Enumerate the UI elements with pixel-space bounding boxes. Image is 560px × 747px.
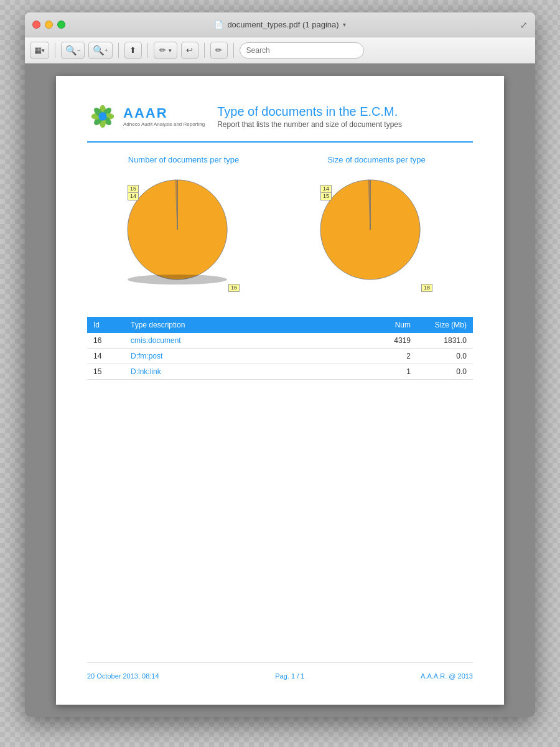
cell-id-1: 16 xyxy=(87,333,124,349)
data-table: Id Type description Num Size (Mb) 16 cmi… xyxy=(87,317,473,380)
title-dropdown-icon[interactable]: ▾ xyxy=(343,21,346,28)
charts-row: Number of documents per type 15 14 16 xyxy=(87,155,473,298)
chart2-section: Size of documents per type 14 15 18 xyxy=(283,155,470,298)
zoom-out-icon: 🔍− xyxy=(65,45,80,56)
report-title-area: Type of documents in the E.C.M. Report t… xyxy=(217,105,473,129)
toolbar-separator-4 xyxy=(204,43,205,58)
cell-size-2: 0.0 xyxy=(417,349,473,364)
chart1-title: Number of documents per type xyxy=(128,155,239,164)
close-button[interactable] xyxy=(32,21,40,29)
chart2-label-18: 18 xyxy=(421,284,432,292)
cell-size-3: 0.0 xyxy=(417,364,473,380)
col-header-id: Id xyxy=(87,317,124,333)
table-header-row: Id Type description Num Size (Mb) xyxy=(87,317,473,333)
cell-num-3: 1 xyxy=(367,364,417,380)
table-body: 16 cmis:document 4319 1831.0 14 D:fm:pos… xyxy=(87,333,473,380)
annotate-button[interactable]: ✏ ▾ xyxy=(154,42,177,59)
expand-icon[interactable]: ⤢ xyxy=(520,20,528,30)
toolbar-separator-5 xyxy=(233,43,234,58)
cell-type-3: D:lnk:link xyxy=(124,364,367,380)
markup-icon: ✏ xyxy=(215,45,222,55)
window-title-area: 📄 document_types.pdf (1 pagina) ▾ xyxy=(214,20,345,29)
chart1-label-14: 14 xyxy=(128,192,139,200)
chart1-label-16: 16 xyxy=(228,284,240,292)
mac-window: 📄 document_types.pdf (1 pagina) ▾ ⤢ ▦ ▾ … xyxy=(25,12,535,717)
share-icon: ⬆ xyxy=(129,45,136,55)
col-header-num: Num xyxy=(367,317,417,333)
sidebar-dropdown-icon: ▾ xyxy=(42,47,45,54)
cell-num-2: 2 xyxy=(367,349,417,364)
table-row: 16 cmis:document 4319 1831.0 xyxy=(87,333,473,349)
svg-point-8 xyxy=(98,112,106,120)
svg-point-11 xyxy=(128,275,227,284)
logo-aaar: AAAR xyxy=(123,105,205,121)
cell-id-3: 15 xyxy=(87,364,124,380)
chart2-title: Size of documents per type xyxy=(327,155,426,164)
cell-size-1: 1831.0 xyxy=(417,333,473,349)
chart1-container: 15 14 16 xyxy=(121,174,246,298)
cell-type-1: cmis:document xyxy=(124,333,367,349)
logo-svg xyxy=(87,101,118,132)
toolbar: ▦ ▾ 🔍− 🔍+ ⬆ ✏ ▾ ↩ ✏ xyxy=(25,37,535,63)
window-title: document_types.pdf (1 pagina) xyxy=(227,20,338,29)
report-footer: 20 October 2013, 08:14 Pag. 1 / 1 A.A.A.… xyxy=(87,662,473,680)
toolbar-separator-3 xyxy=(147,43,148,58)
footer-copyright: A.A.A.R. @ 2013 xyxy=(421,672,473,680)
logo-subtitle: Adheco Audit Analysis and Reporting xyxy=(123,121,205,128)
rotate-button[interactable]: ↩ xyxy=(181,42,198,59)
rotate-icon: ↩ xyxy=(186,45,193,55)
annotate-dropdown-icon: ▾ xyxy=(169,47,172,54)
report-title: Type of documents in the E.C.M. xyxy=(217,105,473,119)
markup-button[interactable]: ✏ xyxy=(210,42,228,59)
pdf-icon: 📄 xyxy=(214,21,223,29)
chart1-section: Number of documents per type 15 14 16 xyxy=(90,155,277,298)
share-button[interactable]: ⬆ xyxy=(124,42,142,59)
report-subtitle: Report that lists the number and size of… xyxy=(217,120,473,129)
minimize-button[interactable] xyxy=(45,21,53,29)
cell-num-1: 4319 xyxy=(367,333,417,349)
zoom-out-button[interactable]: 🔍− xyxy=(61,42,85,59)
zoom-in-button[interactable]: 🔍+ xyxy=(88,42,112,59)
col-header-type: Type description xyxy=(124,317,367,333)
col-header-size: Size (Mb) xyxy=(417,317,473,333)
pdf-page: AAAR Adheco Audit Analysis and Reporting… xyxy=(56,76,504,705)
zoom-in-icon: 🔍+ xyxy=(93,45,108,56)
search-input[interactable] xyxy=(240,42,364,59)
cell-id-2: 14 xyxy=(87,349,124,364)
table-row: 14 D:fm:post 2 0.0 xyxy=(87,349,473,364)
page-spacer xyxy=(87,392,473,662)
window-buttons xyxy=(32,21,65,29)
toolbar-separator-2 xyxy=(118,43,119,58)
chart2-label-15: 15 xyxy=(320,192,332,200)
toolbar-separator-1 xyxy=(55,43,55,58)
report-header: AAAR Adheco Audit Analysis and Reporting… xyxy=(87,101,473,143)
table-row: 15 D:lnk:link 1 0.0 xyxy=(87,364,473,380)
cell-type-2: D:fm:post xyxy=(124,349,367,364)
footer-date: 20 October 2013, 08:14 xyxy=(87,672,159,680)
sidebar-toggle-button[interactable]: ▦ ▾ xyxy=(30,42,49,59)
sidebar-icon: ▦ xyxy=(34,45,42,55)
logo-text-area: AAAR Adheco Audit Analysis and Reporting xyxy=(123,105,205,128)
annotate-icon: ✏ xyxy=(159,45,166,55)
chart2-container: 14 15 18 xyxy=(314,174,439,298)
title-bar: 📄 document_types.pdf (1 pagina) ▾ ⤢ xyxy=(25,12,535,37)
maximize-button[interactable] xyxy=(57,21,65,29)
pdf-area: AAAR Adheco Audit Analysis and Reporting… xyxy=(25,63,535,717)
footer-page: Pag. 1 / 1 xyxy=(275,672,304,680)
logo-area: AAAR Adheco Audit Analysis and Reporting xyxy=(87,101,205,132)
table-header: Id Type description Num Size (Mb) xyxy=(87,317,473,333)
